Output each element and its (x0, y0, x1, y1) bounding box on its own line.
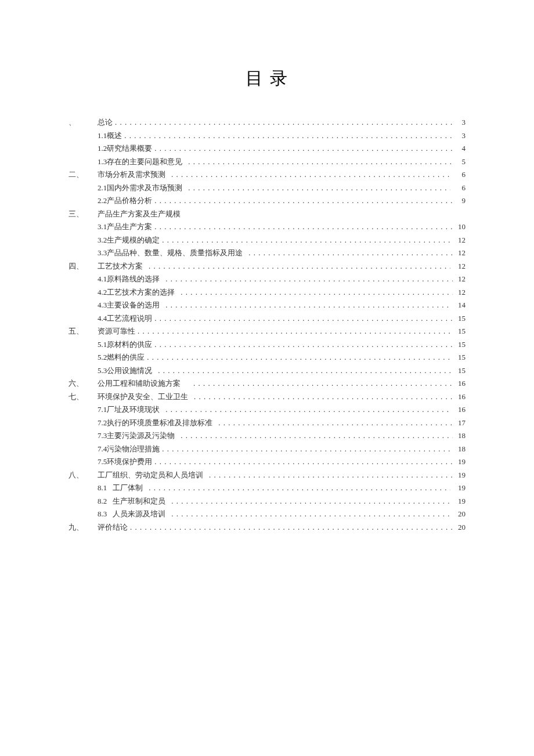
entry-label: 工厂体制 (113, 484, 143, 491)
dot-leader (162, 445, 453, 453)
dot-leader (149, 484, 450, 491)
toc-entry: 8.1工厂体制19 (68, 484, 466, 491)
toc-entry: 三、产品生产方案及生产规模 (68, 210, 466, 218)
entry-label: 2.2产品价格分析 (98, 197, 152, 204)
dot-leader (193, 379, 453, 387)
entry-label: 4.2工艺技术方案的选择 (98, 288, 175, 296)
toc-entry: 1.3存在的主要问题和意见5 (68, 158, 466, 165)
toc-entry: 六、公用工程和辅助设施方案16 (68, 379, 466, 387)
dot-leader (154, 458, 453, 465)
dot-leader (171, 497, 453, 505)
toc-entry: 1.1概述3 (68, 132, 466, 139)
entry-label: 4.3主要设备的选用 (98, 301, 160, 309)
entry-label: 7.5环境保护费用 (98, 458, 152, 465)
toc-entry: 八、工厂组织、劳动定员和人员培训19 (68, 471, 466, 479)
page-number: 18 (455, 445, 466, 453)
entry-label: 3.3产品品种、数量、规格、质量指标及用途 (98, 249, 243, 256)
sub-number: 8.1 (98, 484, 107, 491)
entry-label: 5.3公用设施情况 (98, 367, 152, 374)
entry-label: 5.1原材料的供应 (98, 341, 152, 348)
dot-leader (248, 249, 453, 256)
toc-entry: 二、市场分析及需求预测6 (68, 171, 466, 178)
page-number: 15 (455, 353, 466, 361)
page-number: 20 (455, 510, 466, 518)
page-number: 4 (455, 144, 466, 152)
dot-leader (154, 144, 453, 152)
sub-number: 8.2 (98, 497, 107, 505)
dot-leader (154, 223, 453, 230)
entry-label: 公用工程和辅助设施方案 (98, 379, 181, 387)
page-number: 15 (455, 327, 466, 335)
dot-leader (209, 471, 453, 479)
entry-label: 生产班制和定员 (113, 497, 165, 505)
dot-leader (165, 406, 450, 413)
page-number: 3 (455, 132, 466, 139)
dot-leader (171, 510, 453, 518)
dot-leader (165, 275, 453, 283)
toc-entry: 8.2生产班制和定员19 (68, 497, 466, 505)
page-number: 15 (455, 314, 466, 322)
entry-label: 7.2执行的环境质量标准及排放标准 (98, 419, 212, 426)
sub-number: 8.3 (98, 510, 107, 518)
toc-entry: 3.2生产规模的确定12 (68, 236, 466, 244)
chapter-number: 九、 (68, 523, 98, 531)
toc-entry: 七、环境保护及安全、工业卫生16 (68, 393, 466, 400)
dot-leader (188, 184, 450, 191)
page-number: 12 (455, 236, 466, 244)
entry-label: 7.4污染物治理措施 (98, 445, 160, 453)
entry-label: 2.1国内外需求及市场预测 (98, 184, 182, 191)
page-number: 19 (455, 458, 466, 465)
dot-leader (138, 327, 453, 335)
toc-list: 、总论31.1概述31.2研究结果概要41.3存在的主要问题和意见5二、市场分析… (68, 118, 466, 531)
toc-entry: 5.3公用设施情况15 (68, 367, 466, 374)
page-number: 12 (455, 288, 466, 296)
dot-leader (181, 288, 453, 296)
entry-label: 1.1概述 (98, 132, 122, 139)
chapter-number: 、 (68, 118, 98, 126)
entry-label: 3.2生产规模的确定 (98, 236, 160, 244)
toc-entry: 五、资源可靠性15 (68, 327, 466, 335)
page-number: 3 (455, 118, 466, 126)
toc-entry: 5.1原材料的供应15 (68, 341, 466, 348)
page-number: 15 (455, 367, 466, 374)
toc-entry: 2.1国内外需求及市场预测6 (68, 184, 466, 191)
dot-leader (115, 118, 453, 126)
toc-entry: 7.5环境保护费用19 (68, 458, 466, 465)
page-number: 20 (455, 523, 466, 531)
entry-label: 资源可靠性 (98, 327, 135, 335)
chapter-number: 四、 (68, 262, 98, 270)
toc-entry: 5.2燃料的供应15 (68, 353, 466, 361)
dot-leader (154, 197, 453, 204)
entry-label: 人员来源及培训 (113, 510, 165, 518)
page-number: 16 (455, 406, 466, 413)
toc-entry: 四、工艺技术方案12 (68, 262, 466, 270)
toc-entry: 7.3主要污染源及污染物18 (68, 432, 466, 439)
dot-leader (154, 314, 453, 322)
entry-label: 4.1原料路线的选择 (98, 275, 160, 283)
entry-label: 工厂组织、劳动定员和人员培训 (98, 471, 203, 479)
page-number: 6 (455, 184, 466, 191)
dot-leader (154, 341, 453, 348)
entry-label: 市场分析及需求预测 (98, 171, 165, 178)
dot-leader (188, 158, 453, 165)
dot-leader (162, 236, 453, 244)
toc-entry: 7.1厂址及环境现状16 (68, 406, 466, 413)
entry-label: 3.1产品生产方案 (98, 223, 152, 230)
entry-label: 7.3主要污染源及污染物 (98, 432, 175, 439)
chapter-number: 二、 (68, 171, 98, 178)
chapter-number: 三、 (68, 210, 98, 218)
dot-leader (124, 132, 453, 139)
dot-leader (218, 419, 453, 426)
toc-entry: 4.3主要设备的选用14 (68, 301, 466, 309)
page-number: 19 (455, 497, 466, 505)
chapter-number: 五、 (68, 327, 98, 335)
toc-entry: 3.3产品品种、数量、规格、质量指标及用途12 (68, 249, 466, 256)
entry-label: 1.3存在的主要问题和意见 (98, 158, 182, 165)
dot-leader (158, 367, 450, 374)
dot-leader (149, 262, 450, 270)
page-number: 10 (455, 223, 466, 230)
toc-entry: 九、评价结论20 (68, 523, 466, 531)
page-number: 12 (455, 275, 466, 283)
chapter-number: 六、 (68, 379, 98, 387)
page-number: 16 (455, 393, 466, 400)
